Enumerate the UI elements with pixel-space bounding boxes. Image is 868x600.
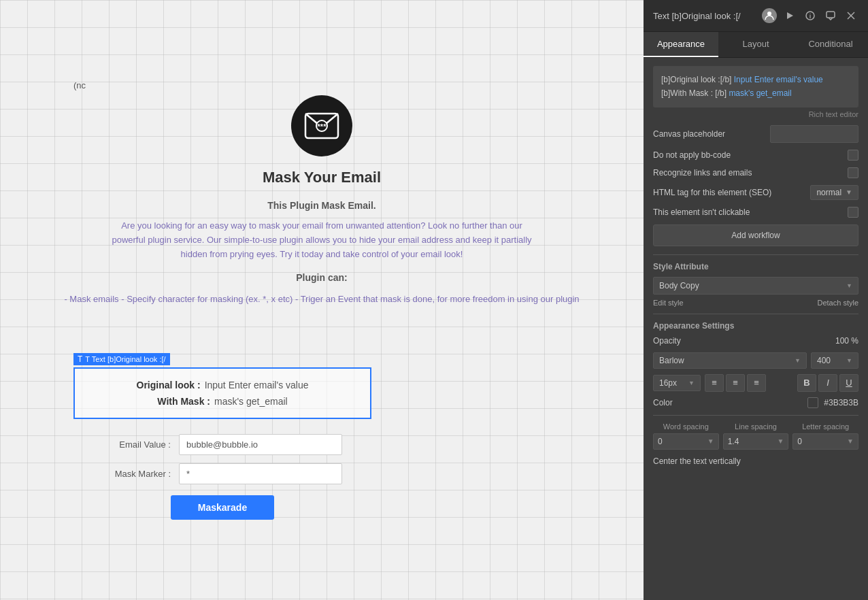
tab-conditional[interactable]: Conditional — [793, 32, 868, 57]
original-look-value: Input Enter email's value — [205, 380, 309, 390]
not-clickable-row: This element isn't clickable — [653, 207, 858, 218]
recognize-links-checkbox[interactable] — [848, 167, 858, 178]
line-spacing-input[interactable]: 1.4 ▼ — [723, 433, 789, 450]
text-element-box[interactable]: Original look : Input Enter email's valu… — [73, 367, 371, 419]
body-copy-select[interactable]: Body Copy ▼ — [653, 277, 858, 295]
close-icon-btn[interactable] — [844, 8, 858, 23]
add-workflow-button[interactable]: Add workflow — [653, 224, 858, 246]
opacity-value: 100 % — [835, 336, 858, 346]
email-input[interactable] — [179, 434, 342, 455]
tab-layout[interactable]: Layout — [718, 32, 793, 57]
color-swatch[interactable] — [807, 397, 818, 408]
letter-spacing-input[interactable]: 0 ▼ — [792, 433, 858, 450]
svg-marker-4 — [787, 12, 793, 19]
svg-text:i: i — [809, 13, 812, 20]
original-look-row: Original look : Input Enter email's valu… — [88, 380, 356, 390]
info-icon-btn[interactable]: i — [803, 8, 818, 23]
html-tag-label: HTML tag for this element (SEO) — [653, 188, 810, 197]
not-clickable-label: This element isn't clickable — [653, 207, 848, 217]
align-center-btn[interactable]: ≡ — [726, 374, 745, 392]
spacing-headers: Word spacing Line spacing Letter spacing — [653, 422, 858, 431]
font-size-arrow: ▼ — [688, 380, 695, 386]
panel-title: Text [b]Original look :[/ — [653, 11, 762, 21]
font-size-select[interactable]: 16px ▼ — [653, 375, 701, 391]
mask-input[interactable] — [179, 463, 342, 484]
svg-rect-7 — [827, 12, 835, 18]
letter-spacing-header: Letter spacing — [792, 422, 858, 431]
opacity-label: Opacity — [653, 336, 835, 346]
color-label: Color — [653, 398, 802, 407]
svg-text:***: *** — [318, 122, 327, 131]
bold-btn[interactable]: B — [797, 374, 816, 392]
do-not-apply-label: Do not apply bb-code — [653, 150, 848, 160]
email-row: Email Value : — [103, 434, 342, 455]
align-left-btn[interactable]: ≡ — [705, 374, 724, 392]
align-buttons: ≡ ≡ ≡ — [705, 374, 766, 392]
tab-appearance[interactable]: Appearance — [644, 32, 718, 57]
play-icon-btn[interactable] — [782, 8, 797, 23]
comment-icon-btn[interactable] — [823, 8, 838, 23]
plugin-title: Mask Your Email — [263, 169, 381, 186]
letter-spacing-arrow: ▼ — [847, 437, 854, 445]
style-links: Edit style Detach style — [653, 299, 858, 307]
rich-text-line2: [b]With Mask : [/b] mask's get_email — [661, 86, 850, 100]
color-hex: #3B3B3B — [824, 398, 858, 407]
canvas-placeholder-input[interactable] — [770, 125, 858, 143]
center-vertical-row: Center the text vertically — [653, 456, 858, 466]
rich-text-line1: [b]Original look :[/b] Input Enter email… — [661, 73, 850, 86]
font-weight-arrow: ▼ — [846, 357, 852, 364]
color-row: Color #3B3B3B — [653, 397, 858, 408]
word-spacing-header: Word spacing — [653, 422, 719, 431]
canvas-placeholder-label: Canvas placeholder — [653, 129, 770, 139]
right-panel: Text [b]Original look :[/ i Appearance L… — [644, 0, 868, 600]
do-not-apply-checkbox[interactable] — [848, 150, 858, 161]
format-buttons: B I U — [797, 374, 858, 392]
underline-btn[interactable]: U — [839, 374, 858, 392]
style-attribute-row: Body Copy ▼ — [653, 277, 858, 295]
word-spacing-arrow: ▼ — [707, 437, 714, 445]
edit-style-link[interactable]: Edit style — [653, 299, 684, 307]
text-icon: T — [78, 354, 82, 364]
divider-3 — [653, 415, 858, 416]
plugin-desc: Are you looking for an easy way to mask … — [104, 219, 539, 261]
spacing-row: 0 ▼ 1.4 ▼ 0 ▼ — [653, 433, 858, 450]
font-name-select[interactable]: Barlow ▼ — [653, 352, 807, 369]
plugin-list: - Mask emails - Specify character for ma… — [64, 291, 579, 307]
selected-element-label[interactable]: T T Text [b]Original look :[/ — [73, 353, 170, 365]
line-spacing-header: Line spacing — [723, 422, 789, 431]
user-icon-btn[interactable] — [762, 8, 777, 23]
panel-header: Text [b]Original look :[/ i — [644, 0, 868, 32]
with-mask-value: mask's get_email — [214, 396, 288, 407]
center-vertical-label: Center the text vertically — [653, 456, 858, 466]
appearance-settings-label: Appearance Settings — [653, 321, 858, 331]
word-spacing-input[interactable]: 0 ▼ — [653, 433, 719, 450]
email-label: Email Value : — [103, 439, 171, 450]
form-section: Email Value : Mask Marker : Maskarade — [73, 434, 371, 520]
divider-1 — [653, 254, 858, 255]
html-tag-row: HTML tag for this element (SEO) normal ▼ — [653, 185, 858, 200]
html-tag-dropdown[interactable]: normal ▼ — [810, 185, 858, 200]
with-mask-row: With Mask : mask's get_email — [88, 396, 356, 407]
align-right-btn[interactable]: ≡ — [747, 374, 766, 392]
canvas-placeholder-row: Canvas placeholder — [653, 125, 858, 143]
detach-style-link[interactable]: Detach style — [817, 299, 858, 307]
svg-point-3 — [767, 12, 771, 16]
rich-text-preview[interactable]: [b]Original look :[/b] Input Enter email… — [653, 66, 858, 107]
body-copy-arrow: ▼ — [846, 282, 852, 289]
opacity-row: Opacity 100 % — [653, 336, 858, 346]
panel-icons: i — [762, 8, 858, 23]
italic-btn[interactable]: I — [818, 374, 837, 392]
font-weight-select[interactable]: 400 ▼ — [811, 352, 858, 369]
style-attribute-label: Style Attribute — [653, 262, 858, 271]
canvas-area: (nc *** Mask Your Email This Plugin Mask… — [0, 0, 644, 600]
recognize-links-label: Recognize links and emails — [653, 168, 848, 178]
recognize-links-row: Recognize links and emails — [653, 167, 858, 178]
font-arrow: ▼ — [795, 357, 801, 364]
html-tag-arrow: ▼ — [846, 188, 852, 196]
mask-label: Mask Marker : — [103, 469, 171, 479]
rich-text-editor-label[interactable]: Rich text editor — [653, 110, 858, 118]
not-clickable-checkbox[interactable] — [848, 207, 858, 218]
mask-row: Mask Marker : — [103, 463, 342, 484]
maskarade-button[interactable]: Maskarade — [171, 495, 274, 520]
panel-body: [b]Original look :[/b] Input Enter email… — [644, 58, 868, 600]
